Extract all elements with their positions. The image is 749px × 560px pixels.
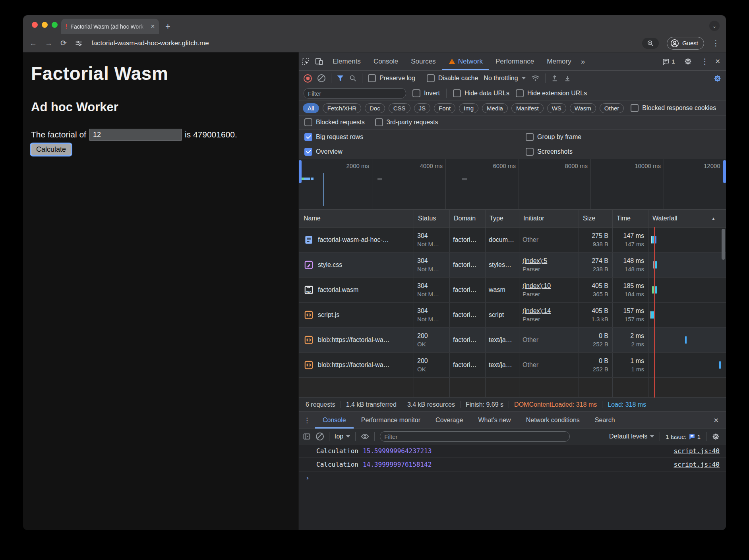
chip-manifest[interactable]: Manifest [511, 103, 544, 113]
table-row[interactable]: WA factorial.wasm 304Not M… factori… was… [299, 278, 726, 303]
address-bar-url[interactable]: factorial-wasm-ad-hoc-worker.glitch.me [91, 39, 634, 47]
tab-network[interactable]: Network [442, 52, 489, 70]
tab-memory[interactable]: Memory [540, 52, 577, 70]
minimize-window-button[interactable] [42, 22, 48, 28]
table-row[interactable]: style.css 304Not M… factori… styles… (in… [299, 253, 726, 278]
drawer-tab-network-conditions[interactable]: Network conditions [519, 412, 587, 429]
chip-js[interactable]: JS [414, 103, 431, 113]
hide-data-urls-checkbox[interactable]: Hide data URLs [453, 89, 509, 97]
factorial-input[interactable] [89, 129, 182, 141]
column-header-time[interactable]: Time [612, 210, 648, 227]
site-settings-icon[interactable] [75, 39, 83, 47]
throttling-dropdown[interactable]: No throttling [484, 75, 525, 82]
initiator-link[interactable]: (index):5 [523, 257, 579, 265]
devtools-menu-kebab-icon[interactable]: ⋮ [701, 57, 709, 66]
calculate-button[interactable]: Calculate [31, 144, 71, 155]
blocked-response-cookies-checkbox[interactable]: Blocked response cookies [631, 104, 716, 112]
tab-sources[interactable]: Sources [404, 52, 442, 70]
disable-cache-checkbox[interactable]: Disable cache [427, 74, 478, 82]
blocked-requests-checkbox[interactable]: Blocked requests [304, 118, 365, 126]
network-overview-timeline[interactable]: 2000 ms 4000 ms 6000 ms 8000 ms 10000 ms… [299, 159, 726, 210]
initiator-link[interactable]: (index):10 [523, 282, 579, 290]
tab-elements[interactable]: Elements [326, 52, 367, 70]
execution-context-dropdown[interactable]: top [335, 433, 350, 440]
zoom-window-button[interactable] [52, 22, 58, 28]
chip-css[interactable]: CSS [389, 103, 410, 113]
console-clear-icon[interactable] [316, 433, 324, 440]
chip-img[interactable]: Img [459, 103, 478, 113]
overview-left-handle[interactable] [299, 160, 302, 183]
column-header-initiator[interactable]: Initiator [519, 210, 579, 227]
chip-other[interactable]: Other [600, 103, 624, 113]
more-tabs-icon[interactable]: » [578, 52, 588, 70]
log-levels-dropdown[interactable]: Default levels [609, 433, 654, 440]
console-settings-gear-icon[interactable] [712, 433, 720, 440]
clear-button[interactable] [317, 74, 325, 82]
devtools-close-icon[interactable]: ✕ [715, 58, 720, 65]
drawer-tab-performance-monitor[interactable]: Performance monitor [354, 412, 428, 429]
initiator-link[interactable]: (index):14 [523, 307, 579, 315]
overview-checkbox[interactable]: Overview [304, 148, 526, 156]
inspect-element-icon[interactable] [299, 52, 312, 70]
forward-button[interactable]: → [45, 39, 52, 47]
profile-button[interactable]: Guest [667, 37, 704, 50]
table-row[interactable]: blob:https://factorial-wa… 200OK factori… [299, 353, 726, 378]
record-button[interactable] [304, 74, 312, 83]
network-conditions-icon[interactable] [531, 75, 540, 82]
zoom-indicator-chip[interactable] [642, 38, 659, 49]
table-row[interactable]: blob:https://factorial-wa… 200OK factori… [299, 328, 726, 353]
network-filter-input[interactable] [304, 88, 406, 98]
back-button[interactable]: ← [29, 39, 37, 47]
close-window-button[interactable] [32, 22, 38, 28]
console-prompt[interactable]: › [299, 471, 726, 485]
big-request-rows-checkbox[interactable]: Big request rows [304, 133, 526, 141]
device-toolbar-icon[interactable] [312, 52, 326, 70]
live-expression-eye-icon[interactable] [361, 433, 369, 440]
chip-all[interactable]: All [303, 103, 319, 113]
filter-funnel-icon[interactable] [337, 75, 344, 81]
browser-menu-kebab-icon[interactable]: ⋮ [712, 39, 720, 48]
column-header-size[interactable]: Size [579, 210, 612, 227]
column-header-waterfall[interactable]: Waterfall ▲ [648, 210, 726, 227]
network-settings-gear-icon[interactable] [714, 75, 721, 82]
column-header-domain[interactable]: Domain [449, 210, 485, 227]
screenshots-checkbox[interactable]: Screenshots [526, 148, 726, 156]
settings-gear-icon[interactable] [681, 58, 695, 65]
new-tab-button[interactable]: + [165, 22, 170, 31]
source-location-link[interactable]: script.js:40 [674, 461, 720, 468]
source-location-link[interactable]: script.js:40 [674, 447, 720, 455]
column-header-status[interactable]: Status [414, 210, 449, 227]
drawer-tab-coverage[interactable]: Coverage [428, 412, 470, 429]
drawer-close-icon[interactable]: ✕ [706, 412, 726, 429]
chip-fetch-xhr[interactable]: Fetch/XHR [323, 103, 361, 113]
drawer-menu-kebab-icon[interactable]: ⋮ [299, 412, 315, 429]
tab-search-chevron-icon[interactable]: ⌄ [709, 21, 720, 31]
export-har-icon[interactable] [564, 75, 571, 82]
chip-font[interactable]: Font [434, 103, 455, 113]
column-header-name[interactable]: Name [299, 210, 414, 227]
chip-wasm[interactable]: Wasm [570, 103, 596, 113]
drawer-tab-whats-new[interactable]: What's new [470, 412, 518, 429]
table-row[interactable]: factorial-wasm-ad-hoc-… 304Not M… factor… [299, 228, 726, 253]
console-issues-counter[interactable]: 1 Issue: 1 [666, 433, 701, 440]
chip-media[interactable]: Media [482, 103, 508, 113]
import-har-icon[interactable] [551, 75, 558, 82]
issues-counter[interactable]: 1 [662, 58, 675, 65]
column-header-type[interactable]: Type [485, 210, 519, 227]
group-by-frame-checkbox[interactable]: Group by frame [526, 133, 726, 141]
browser-tab[interactable]: ! Factorial Wasm (ad hoc Work ✕ [61, 19, 159, 34]
invert-checkbox[interactable]: Invert [412, 89, 440, 97]
chip-ws[interactable]: WS [547, 103, 566, 113]
drawer-tab-console[interactable]: Console [315, 412, 354, 429]
table-row[interactable]: script.js 304Not M… factori… script (ind… [299, 303, 726, 328]
tab-console[interactable]: Console [367, 52, 404, 70]
third-party-requests-checkbox[interactable]: 3rd-party requests [375, 118, 438, 126]
console-filter-input[interactable] [380, 431, 570, 442]
preserve-log-checkbox[interactable]: Preserve log [368, 74, 415, 82]
tab-close-icon[interactable]: ✕ [151, 23, 155, 29]
drawer-tab-search[interactable]: Search [587, 412, 623, 429]
console-sidebar-toggle-icon[interactable] [303, 433, 311, 440]
tab-performance[interactable]: Performance [489, 52, 540, 70]
search-icon[interactable] [349, 75, 356, 82]
hide-extension-urls-checkbox[interactable]: Hide extension URLs [516, 89, 587, 97]
